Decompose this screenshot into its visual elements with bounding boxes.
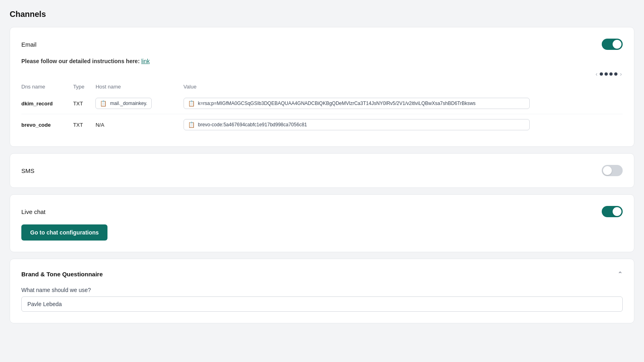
dns-table: Dns name Type Host name Value dkim_recor…: [21, 80, 623, 135]
live-chat-card: Live chat Go to chat configurations: [10, 194, 634, 252]
brand-tone-header[interactable]: Brand & Tone Questionnaire ⌃: [21, 270, 623, 278]
brand-tone-label: Brand & Tone Questionnaire: [21, 271, 103, 278]
go-to-chat-configurations-button[interactable]: Go to chat configurations: [21, 224, 107, 241]
email-card: Email Please follow our detailed instruc…: [10, 27, 634, 147]
col-dns-name: Dns name: [21, 80, 73, 93]
email-toggle[interactable]: [602, 39, 623, 50]
value-text-1: k=rsa;p=MIGfMA0GCSqGSIb3DQEBAQUAA4GNADCB…: [198, 101, 476, 106]
host-name-2: N/A: [95, 114, 183, 136]
name-input[interactable]: [21, 296, 623, 312]
host-name-copy-1[interactable]: 📋 mail._domainkey.: [95, 98, 151, 109]
sms-toggle[interactable]: [602, 165, 623, 176]
live-chat-toggle-knob: [613, 207, 621, 216]
copy-icon-val-1: 📋: [188, 100, 195, 107]
name-question-label: What name should we use?: [21, 287, 623, 293]
email-channel-header: Email: [21, 39, 623, 50]
sms-toggle-knob: [603, 166, 612, 175]
copy-icon-1: 📋: [100, 100, 107, 107]
value-copy-1[interactable]: 📋 k=rsa;p=MIGfMA0GCSqGSIb3DQEBAQUAA4GNAD…: [184, 98, 530, 109]
instructions-link[interactable]: link: [141, 58, 150, 64]
brand-tone-card: Brand & Tone Questionnaire ⌃ What name s…: [10, 259, 634, 323]
col-host-name: Host name: [95, 80, 183, 93]
pagination-dot-1: [600, 72, 603, 76]
name-form-group: What name should we use?: [21, 287, 623, 312]
sms-label: SMS: [21, 167, 35, 174]
host-name-text-1: mail._domainkey.: [110, 101, 147, 106]
chevron-up-icon: ⌃: [617, 270, 623, 278]
pagination-dot-4: [614, 72, 617, 76]
value-text-2: brevo-code:5a467694cabfc1e917bd998ca7056…: [198, 122, 307, 128]
copy-icon-val-2: 📋: [188, 121, 195, 128]
sms-channel-header: SMS: [21, 165, 623, 176]
dns-name-1: dkim_record: [21, 101, 53, 107]
table-row: dkim_record TXT 📋 mail._domainkey. 📋 k=r…: [21, 93, 623, 114]
live-chat-toggle[interactable]: [602, 206, 623, 217]
pagination-next[interactable]: ›: [619, 71, 623, 77]
pagination-dot-3: [609, 72, 613, 76]
email-instructions: Please follow our detailed instructions …: [21, 58, 623, 64]
dns-name-2: brevo_code: [21, 122, 51, 128]
email-label: Email: [21, 41, 37, 48]
pagination: ‹ ›: [21, 71, 623, 77]
type-1: TXT: [73, 93, 96, 114]
pagination-dot-2: [605, 72, 608, 76]
live-chat-channel-header: Live chat: [21, 206, 623, 217]
type-2: TXT: [73, 114, 96, 136]
email-toggle-knob: [613, 40, 621, 49]
col-type: Type: [73, 80, 96, 93]
value-copy-2[interactable]: 📋 brevo-code:5a467694cabfc1e917bd998ca70…: [184, 119, 530, 130]
col-value: Value: [184, 80, 623, 93]
pagination-prev[interactable]: ‹: [595, 71, 599, 77]
page-title: Channels: [10, 10, 634, 19]
table-row: brevo_code TXT N/A 📋 brevo-code:5a467694…: [21, 114, 623, 136]
live-chat-label: Live chat: [21, 208, 45, 215]
sms-card: SMS: [10, 153, 634, 188]
